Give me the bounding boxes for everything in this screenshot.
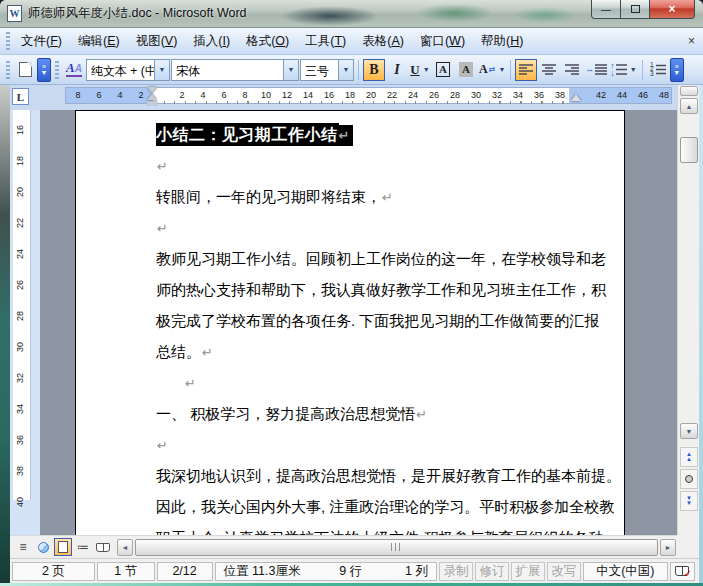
document-line[interactable]: 转眼间，一年的见习期即将结束，↵: [156, 181, 610, 212]
menubar-grip[interactable]: [6, 32, 10, 50]
style-dropdown-icon[interactable]: ▼: [154, 60, 169, 80]
status-mode-button[interactable]: 扩展: [511, 562, 545, 581]
previous-page-button[interactable]: ▲▲: [680, 447, 698, 467]
document-line[interactable]: ↵: [156, 367, 610, 398]
scroll-right-button[interactable]: ►: [660, 539, 676, 556]
font-size-dropdown-icon[interactable]: ▼: [338, 60, 353, 80]
document-line[interactable]: 一、 积极学习，努力提高政治思想觉悟↵: [156, 398, 610, 429]
vertical-scrollbar[interactable]: ▲ ▼ ▲▲ ▼▼: [677, 85, 699, 535]
status-language[interactable]: 中文(中国): [583, 562, 668, 581]
scroll-down-button[interactable]: ▼: [680, 423, 698, 439]
font-size-combobox[interactable]: 三号 ▼: [300, 59, 354, 81]
styles-and-formatting-button[interactable]: AA: [63, 59, 85, 81]
split-handle[interactable]: [680, 86, 698, 96]
outline-view-button[interactable]: ≔: [74, 538, 92, 556]
align-center-button[interactable]: [538, 59, 560, 81]
menu-item[interactable]: 帮助(H): [473, 30, 531, 53]
line-spacing-dropdown-icon[interactable]: ▼: [630, 66, 637, 73]
first-line-indent-icon[interactable]: [147, 87, 157, 93]
document-line[interactable]: 职工大会, 认真学习学校下达的上级文件;积极参与教育局组织的各种: [156, 522, 610, 535]
line-spacing-button[interactable]: ↑↓ ▼: [609, 59, 637, 81]
minimize-button[interactable]: —: [591, 0, 621, 19]
maximize-button[interactable]: [621, 0, 649, 19]
underline-button[interactable]: U▼: [409, 59, 431, 81]
hanging-indent-icon[interactable]: [147, 94, 157, 100]
style-combobox[interactable]: 纯文本 + (中 ▼: [86, 59, 170, 81]
status-line: 9 行: [300, 563, 366, 580]
pilcrow-mark: [599, 314, 601, 329]
distribute-icon: [595, 63, 607, 76]
status-page-of-total: 2/12: [157, 562, 213, 581]
align-right-button[interactable]: [561, 59, 583, 81]
standard-toolbar-grip[interactable]: [6, 61, 10, 79]
menu-item[interactable]: 视图(V): [128, 30, 186, 53]
horizontal-scroll-thumb[interactable]: [135, 539, 658, 556]
vertical-ruler[interactable]: 16182022242628303234363840: [13, 110, 31, 500]
ruler-number: 28: [15, 308, 29, 324]
reading-layout-view-button[interactable]: [94, 538, 112, 556]
print-layout-view-button[interactable]: [54, 538, 72, 556]
menu-item[interactable]: 工具(T): [297, 30, 354, 53]
tab-stop-selector[interactable]: L: [12, 88, 29, 105]
menu-item[interactable]: 格式(O): [238, 30, 297, 53]
standard-toolbar-overflow-button[interactable]: »▼: [37, 58, 51, 82]
document-page[interactable]: 小结二：见习期工作小结↵↵转眼间，一年的见习期即将结束，↵↵教师见习期工作小结。…: [75, 110, 625, 535]
ruler-number: 10: [260, 90, 272, 100]
close-button[interactable]: ×: [649, 0, 695, 19]
document-line[interactable]: 教师见习期工作小结。回顾初上工作岗位的这一年，在学校领导和老: [156, 243, 610, 274]
horizontal-ruler[interactable]: 8642 2468101214161820222426283032343638 …: [65, 87, 672, 104]
spelling-status[interactable]: ✓: [670, 562, 695, 581]
ruler-number: 46: [637, 90, 649, 100]
status-mode-button[interactable]: 改写: [547, 562, 581, 581]
web-layout-view-button[interactable]: [34, 538, 52, 556]
document-line[interactable]: ↵: [156, 212, 610, 243]
scroll-left-button[interactable]: ◄: [117, 539, 133, 556]
document-line[interactable]: 小结二：见习期工作小结↵: [156, 119, 610, 150]
right-indent-marker[interactable]: [571, 94, 581, 101]
align-left-button[interactable]: [515, 59, 537, 81]
document-line[interactable]: 总结。↵: [156, 336, 610, 367]
scaling-dropdown-icon[interactable]: ▼: [498, 66, 505, 73]
menu-item[interactable]: 窗口(W): [412, 30, 473, 53]
status-mode-button[interactable]: 录制: [439, 562, 473, 581]
formatting-toolbar-grip[interactable]: [55, 61, 59, 79]
left-indent-marker[interactable]: [147, 87, 157, 106]
scroll-up-button[interactable]: ▲: [680, 98, 698, 114]
document-line[interactable]: ↵: [156, 429, 610, 460]
vertical-scroll-thumb[interactable]: [680, 137, 698, 163]
bold-button[interactable]: B: [363, 59, 385, 81]
document-line[interactable]: 师的热心支持和帮助下，我认真做好教学工作和见习班主任工作，积: [156, 274, 610, 305]
font-combobox[interactable]: 宋体 ▼: [171, 59, 299, 81]
menu-item[interactable]: 插入(I): [185, 30, 238, 53]
horizontal-scroll-track[interactable]: [135, 539, 658, 556]
pilcrow-mark: [606, 252, 608, 267]
document-line[interactable]: 我深切地认识到，提高政治思想觉悟，是开展好教育工作的基本前提。: [156, 460, 610, 491]
document-line[interactable]: ↵: [156, 150, 610, 181]
title-bar[interactable]: W 师德师风年度小结.doc - Microsoft Word — ×: [0, 0, 703, 28]
new-document-button[interactable]: [14, 59, 36, 81]
menu-item[interactable]: 表格(A): [354, 30, 412, 53]
normal-view-button[interactable]: ≡: [14, 538, 32, 556]
horizontal-scrollbar-row: ≡ ≔ ◄ ►: [10, 535, 677, 558]
status-mode-button[interactable]: 修订: [475, 562, 509, 581]
document-line[interactable]: 极完成了学校布置的各项任务. 下面我把见习期的工作做简要的汇报: [156, 305, 610, 336]
left-indent-icon[interactable]: [147, 101, 157, 105]
scrollbar-corner: [677, 535, 699, 558]
line-spacing-icon: [616, 63, 627, 76]
numbering-button[interactable]: 1 2 3: [647, 59, 669, 81]
menubar-close-icon[interactable]: ×: [688, 34, 695, 48]
character-scaling-button[interactable]: A⇄▼: [478, 59, 506, 81]
formatting-toolbar-overflow-button[interactable]: »▼: [670, 58, 684, 82]
document-line[interactable]: 因此，我关心国内外大事, 注重政治理论的学习。平时积极参加全校教: [156, 491, 610, 522]
menu-item[interactable]: 文件(F): [13, 30, 70, 53]
italic-button[interactable]: I: [386, 59, 408, 81]
next-page-button[interactable]: ▼▼: [680, 491, 698, 511]
menu-item[interactable]: 编辑(E): [70, 30, 128, 53]
select-browse-object-button[interactable]: [680, 469, 698, 489]
character-shading-button[interactable]: A: [455, 59, 477, 81]
scroll-grip-icon: [391, 543, 403, 551]
distribute-button[interactable]: ↔: [584, 59, 608, 81]
font-dropdown-icon[interactable]: ▼: [283, 60, 298, 80]
underline-dropdown-icon[interactable]: ▼: [423, 66, 430, 73]
character-border-button[interactable]: A: [432, 59, 454, 81]
